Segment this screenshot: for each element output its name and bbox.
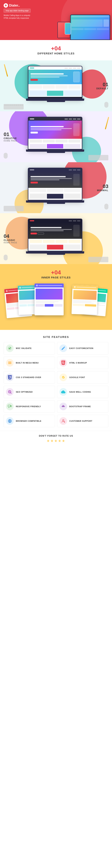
stars: ★★★★★ xyxy=(4,439,108,443)
rate-section: DON'T FORGET TO RATE US ★★★★★ xyxy=(0,431,112,447)
styles-title: DIFFERENT HOME STYLES xyxy=(4,52,108,55)
svg-rect-2 xyxy=(8,362,11,362)
feature-google-font: GOOGLE FONT xyxy=(57,371,108,383)
feature-support: CUSTOMER SUPPORT xyxy=(57,415,108,427)
feature-google-label: GOOGLE FONT xyxy=(69,376,85,378)
wc-validate-icon xyxy=(6,344,13,352)
inner-pages-section: +04 INNER PAGE STYLES xyxy=(0,264,112,330)
feature-css3-label: CSS 3 STANDARD OVER xyxy=(16,376,41,378)
hero-tagline: Voip app dialer landing page xyxy=(4,9,31,12)
feature-responsive: RESPONSIVE FRIENDLY xyxy=(4,400,55,413)
rate-title: DON'T FORGET TO RATE US xyxy=(4,435,108,437)
support-icon xyxy=(59,417,67,425)
inner-pages-title: INNER PAGE STYLES xyxy=(4,276,108,279)
features-title: SITE FEATURES xyxy=(4,335,108,338)
feature-css3: CSS 3 STANDARD OVER xyxy=(4,371,55,383)
google-font-icon xyxy=(59,374,67,381)
feature-bootstrap-label: BOOTSTRAP FRAME xyxy=(69,405,91,407)
svg-point-10 xyxy=(62,420,64,421)
html5-icon xyxy=(59,359,67,367)
feature-support-label: CUSTOMER SUPPORT xyxy=(69,420,92,422)
home-style-classic: 04 CLASSIC HOME PAGE xyxy=(0,213,112,264)
feature-easy-customization: EASY CUSTOMIZATION xyxy=(57,342,108,354)
hero-logo-area: Dialer.. Voip app dialer landing page Mo… xyxy=(4,3,33,20)
svg-point-0 xyxy=(5,4,7,6)
feature-menu-label: BUILT IN MEGA MENU xyxy=(16,362,39,364)
feature-saas: SAAS WELL CODING xyxy=(57,386,108,398)
style-label-creative: 01 CREATIVE HOME PAGE xyxy=(4,132,17,142)
home-style-minimal: 03 MINIMAL xyxy=(0,162,112,213)
feature-wc-label: W3C VALIDATE xyxy=(16,347,32,349)
features-section: SITE FEATURES W3C VALIDATE EASY CUSTOMIZ… xyxy=(0,330,112,431)
logo-icon xyxy=(4,3,8,8)
inner-page-card-4 xyxy=(72,285,98,315)
feature-mega-menu: BUILT IN MEGA MENU xyxy=(4,356,55,369)
inner-page-card-3 xyxy=(34,283,64,315)
feature-easy-label: EASY CUSTOMIZATION xyxy=(69,347,93,349)
svg-text:B: B xyxy=(63,406,64,407)
laptop-mockup-minimal xyxy=(0,162,112,208)
svg-rect-7 xyxy=(10,406,11,407)
hero-logo: Dialer.. xyxy=(4,3,33,8)
hero-description: Mobile Calling Apps is a uniquely HTML t… xyxy=(4,14,33,20)
browser-icon xyxy=(6,417,13,425)
seo-icon xyxy=(6,388,13,396)
css3-icon xyxy=(6,374,13,381)
style-label-classic: 04 CLASSIC HOME PAGE xyxy=(4,234,17,244)
feature-bootstrap: B BOOTSTRAP FRAME xyxy=(57,400,108,413)
svg-rect-4 xyxy=(8,364,11,364)
feature-seo: SEO OPTIMIZED xyxy=(4,386,55,398)
svg-rect-3 xyxy=(8,363,11,363)
home-style-creative: 01 CREATIVE HOME PAGE xyxy=(0,111,112,162)
feature-browser: BROWSER COMPATIBLE xyxy=(4,415,55,427)
svg-point-9 xyxy=(8,420,11,423)
feature-responsive-label: RESPONSIVE FRIENDLY xyxy=(16,405,41,407)
styles-section: +04 DIFFERENT HOME STYLES xyxy=(0,40,112,60)
feature-html5: HTML 5 MARKUP xyxy=(57,356,108,369)
hero-section: Dialer.. Voip app dialer landing page Mo… xyxy=(0,0,112,40)
hero-devices xyxy=(70,14,112,40)
inner-pages-count: +04 xyxy=(4,270,108,275)
feature-seo-label: SEO OPTIMIZED xyxy=(16,391,33,393)
feature-saas-label: SAAS WELL CODING xyxy=(69,391,91,393)
mega-menu-icon xyxy=(6,359,13,367)
bootstrap-icon: B xyxy=(59,403,67,410)
style-label-default: 01 DEFAULT xyxy=(96,82,108,90)
responsive-icon xyxy=(6,403,13,410)
easy-customization-icon xyxy=(59,344,67,352)
feature-html5-label: HTML 5 MARKUP xyxy=(69,362,87,364)
laptop-mockup-default xyxy=(0,60,112,106)
logo-text: Dialer.. xyxy=(9,4,20,7)
saas-icon xyxy=(59,388,67,396)
feature-wc-validate: W3C VALIDATE xyxy=(4,342,55,354)
features-grid: W3C VALIDATE EASY CUSTOMIZATION BUILT IN… xyxy=(4,342,108,427)
inner-pages-mockups xyxy=(4,283,108,322)
home-style-default: 01 DEFAULT xyxy=(0,60,112,111)
style-label-minimal: 03 MINIMAL xyxy=(97,184,108,192)
feature-browser-label: BROWSER COMPATIBLE xyxy=(16,420,41,422)
styles-count: +04 xyxy=(4,45,108,51)
